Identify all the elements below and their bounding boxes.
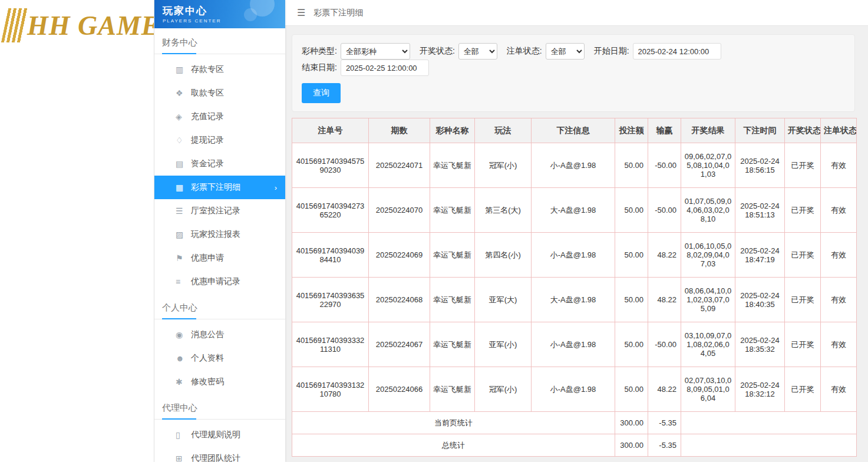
cell-bet-amount: 50.00 [615,322,648,367]
cell-draw-result: 02,07,03,10,08,09,05,01,06,04 [681,367,735,412]
draw-status-select[interactable]: 全部 [458,43,497,60]
cell-bet-time: 2025-02-24 18:47:19 [735,233,785,278]
sidebar-item-deposit[interactable]: ▥ 存款专区 [154,58,285,81]
cell-draw-result: 08,06,04,10,01,02,03,07,05,09 [681,278,735,322]
cell-period: 20250224069 [369,233,430,278]
cell-bet-amount: 50.00 [615,188,648,233]
cell-bet-time: 2025-02-24 18:51:13 [735,188,785,233]
summary-bet-amount: 300.00 [615,434,648,457]
cell-draw-status: 已开奖 [785,322,821,367]
sidebar-item-label: 彩票下注明细 [191,182,240,193]
cell-bet-time: 2025-02-24 18:56:15 [735,143,785,188]
cell-draw-result: 09,06,02,07,05,08,10,04,01,03 [681,143,735,188]
sidebar-title: 玩家中心 [163,4,285,18]
summary-label: 当前页统计 [292,412,615,434]
col-draw-status: 开奖状态 [785,118,821,143]
sidebar-item-withdraw[interactable]: ❖ 取款专区 [154,81,285,105]
cell-order-status: 有效 [821,188,857,233]
sidebar-item-cashout-record[interactable]: ♢ 提现记录 [154,128,285,152]
summary-bet-amount: 300.00 [615,412,648,434]
main-area: ☰ 彩票下注明细 彩种类型: 全部彩种 开奖状态: 全部 [285,0,868,462]
col-play: 玩法 [475,118,532,143]
cashout-record-icon: ♢ [176,136,191,145]
page: HH GAME 玩家中心 PLAYERS CENTER 财务中心 ▥ 存款专区 … [0,0,868,462]
start-date-label: 开始日期: [594,46,629,57]
col-order-status: 注单状态 [821,118,857,143]
sidebar-item-announcements[interactable]: ◉ 消息公告 [154,323,285,346]
promo-record-icon: ≡ [176,277,191,286]
chevron-right-icon: › [275,183,277,192]
cell-draw-status: 已开奖 [785,188,821,233]
sidebar-item-agent-rules[interactable]: ▯ 代理规则说明 [154,423,285,447]
sidebar-item-funds-record[interactable]: ▤ 资金记录 [154,152,285,176]
cell-draw-status: 已开奖 [785,367,821,412]
cell-bet-time: 2025-02-24 18:35:32 [735,322,785,367]
cell-bet-info: 小-A盘@1.98 [532,143,615,188]
cell-play: 第四名(小) [475,233,532,278]
sidebar-item-recharge-record[interactable]: ◈ 充值记录 [154,105,285,128]
cell-winloss: 48.22 [648,233,681,278]
sidebar-item-label: 优惠申请 [191,253,224,263]
cell-winloss: 48.22 [648,367,681,412]
search-button[interactable]: 查询 [302,83,341,103]
cell-play: 亚军(大) [475,278,532,322]
section-title-agent: 代理中心 [154,394,285,420]
sidebar-item-label: 代理规则说明 [191,430,240,440]
brand-logo: HH GAME [0,0,154,51]
col-period: 期数 [369,118,430,143]
cell-period: 20250224070 [369,188,430,233]
cell-bet-time: 2025-02-24 18:40:35 [735,278,785,322]
hall-bet-icon: ☰ [176,206,191,216]
cell-bet-time: 2025-02-24 18:32:12 [735,367,785,412]
summary-label: 总统计 [292,434,615,457]
funds-record-icon: ▤ [176,159,191,169]
cell-draw-status: 已开奖 [785,233,821,278]
cell-order-status: 有效 [821,233,857,278]
sidebar-item-change-password[interactable]: ✱ 修改密码 [154,370,285,394]
order-status-select[interactable]: 全部 [546,43,585,60]
cell-bet-amount: 50.00 [615,278,648,322]
cell-period: 20250224066 [369,367,430,412]
sidebar-item-label: 提现记录 [191,135,224,146]
table-header-row: 注单号 期数 彩种名称 玩法 下注信息 投注额 输赢 开奖结果 下注时间 开奖状… [292,118,857,143]
section-title-finance: 财务中心 [154,28,285,54]
sidebar-item-label: 厅室投注记录 [191,206,240,216]
sidebar-item-player-report[interactable]: ▨ 玩家投注报表 [154,223,285,246]
sidebar-item-hall-bet-record[interactable]: ☰ 厅室投注记录 [154,199,285,223]
lottery-type-select[interactable]: 全部彩种 [341,43,410,60]
sidebar-item-label: 玩家投注报表 [191,229,240,240]
sidebar-item-profile[interactable]: ☻ 个人资料 [154,346,285,370]
cell-winloss: -50.00 [648,322,681,367]
table-row: 401569174039363522970 20250224068 幸运飞艇新 … [292,278,857,322]
cell-draw-status: 已开奖 [785,278,821,322]
sidebar-item-promo-record[interactable]: ≡ 优惠申请记录 [154,270,285,293]
start-date-input[interactable] [633,43,721,60]
cell-bet-info: 小-A盘@1.98 [532,322,615,367]
sidebar-item-label: 代理团队统计 [191,453,240,462]
promo-apply-icon: ⚑ [176,253,191,263]
table-row: 401569174039313210780 20250224066 幸运飞艇新 … [292,367,857,412]
table-row: 401569174039457590230 20250224071 幸运飞艇新 … [292,143,857,188]
col-draw-result: 开奖结果 [681,118,735,143]
sidebar-item-agent-team-stats[interactable]: ⊞ 代理团队统计 [154,447,285,462]
col-bet-time: 下注时间 [735,118,785,143]
sidebar-item-label: 取款专区 [191,88,224,98]
cell-bet-amount: 50.00 [615,367,648,412]
draw-status-label: 开奖状态: [420,46,455,57]
end-date-input[interactable] [341,60,429,76]
hamburger-menu-icon[interactable]: ☰ [297,7,305,18]
gear-icon: ✱ [176,377,191,387]
cell-lottery-name: 幸运飞艇新 [430,322,475,367]
doc-icon: ▯ [176,430,191,440]
summary-empty [681,434,857,457]
table-row: 401569174039427365220 20250224070 幸运飞艇新 … [292,188,857,233]
sidebar-item-promo-apply[interactable]: ⚑ 优惠申请 [154,246,285,270]
cell-winloss: -50.00 [648,188,681,233]
cell-bet-amount: 50.00 [615,233,648,278]
sidebar-item-label: 优惠申请记录 [191,276,240,287]
sidebar-item-lottery-bet-detail[interactable]: ▦ 彩票下注明细 › [154,176,285,199]
col-order-id: 注单号 [292,118,369,143]
cell-order-id: 401569174039333211310 [292,322,369,367]
cell-draw-result: 01,06,10,05,08,02,09,04,07,03 [681,233,735,278]
cell-winloss: -50.00 [648,143,681,188]
